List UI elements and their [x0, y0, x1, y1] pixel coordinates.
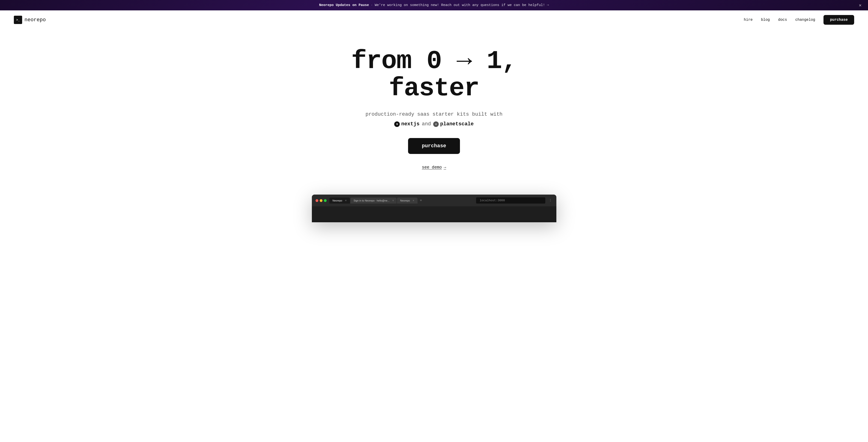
banner-close-button[interactable]: ×: [857, 2, 863, 8]
banner-description: We're working on something new! Reach ou…: [375, 3, 545, 7]
browser-tab-label-3: Neorepo: [400, 199, 410, 202]
nextjs-label: nextjs: [401, 121, 420, 127]
hero-tech-line: N nextjs and ⊘ planetscale: [305, 121, 563, 127]
browser-tab-close-1[interactable]: ×: [345, 199, 347, 202]
banner-content: Neorepo Updates on Pause · We're working…: [319, 3, 549, 7]
hero-demo-link[interactable]: see demo →: [422, 165, 446, 170]
hero-cta-group: purchase see demo →: [305, 138, 563, 170]
browser-close-dot: [315, 199, 318, 202]
tech-nextjs: N nextjs: [394, 121, 420, 127]
browser-tab-3[interactable]: Neorepo ×: [397, 198, 417, 204]
nav-link-docs[interactable]: docs: [778, 18, 787, 22]
hero-demo-arrow: →: [443, 165, 446, 170]
browser-maximize-dot: [324, 199, 327, 202]
browser-address-bar[interactable]: localhost:3000: [476, 197, 545, 204]
nav-link-changelog[interactable]: changelog: [795, 18, 815, 22]
logo-link[interactable]: >_ neorepo: [14, 16, 46, 24]
hero-demo-label: see demo: [422, 165, 442, 170]
planetscale-icon: ⊘: [433, 121, 439, 127]
nav-links: hire blog docs changelog purchase: [744, 15, 854, 25]
browser-content: [312, 206, 556, 220]
browser-new-tab-button[interactable]: +: [418, 198, 424, 204]
hero-subtext: production-ready saas starter kits built…: [305, 110, 563, 118]
tech-connector: and: [422, 121, 431, 127]
banner-title: Neorepo Updates on Pause: [319, 3, 369, 7]
browser-preview: Neorepo × Sign in to Neorepo · hello@ne.…: [312, 195, 556, 222]
hero-headline: from 0 → 1, faster: [305, 48, 563, 102]
logo-icon: >_: [14, 16, 22, 24]
tech-planetscale: ⊘ planetscale: [433, 121, 473, 127]
navbar: >_ neorepo hire blog docs changelog purc…: [0, 10, 868, 29]
banner-separator: ·: [371, 3, 373, 7]
browser-tab-close-2[interactable]: ×: [392, 199, 394, 202]
browser-tab-label-1: Neorepo: [333, 199, 342, 202]
announcement-banner: Neorepo Updates on Pause · We're working…: [0, 0, 868, 10]
planetscale-label: planetscale: [440, 121, 473, 127]
browser-window-controls: [315, 199, 327, 202]
logo-text: neorepo: [25, 17, 46, 23]
browser-tabs: Neorepo × Sign in to Neorepo · hello@ne.…: [330, 198, 473, 204]
browser-preview-wrapper: Neorepo × Sign in to Neorepo · hello@ne.…: [303, 195, 566, 222]
browser-chrome: Neorepo × Sign in to Neorepo · hello@ne.…: [312, 195, 556, 206]
nav-link-hire[interactable]: hire: [744, 18, 753, 22]
hero-section: from 0 → 1, faster production-ready saas…: [296, 29, 572, 183]
nextjs-icon: N: [394, 121, 400, 127]
hero-purchase-button[interactable]: purchase: [408, 138, 460, 154]
banner-arrow: →: [547, 3, 549, 7]
browser-minimize-dot: [320, 199, 322, 202]
browser-action-icon-1[interactable]: ⋮: [548, 198, 553, 203]
browser-actions: ⋮: [548, 198, 553, 203]
browser-tab-label-2: Sign in to Neorepo · hello@ne...: [353, 199, 390, 202]
nav-purchase-button[interactable]: purchase: [824, 15, 854, 25]
browser-tab-active[interactable]: Neorepo ×: [330, 198, 350, 204]
nav-link-blog[interactable]: blog: [761, 18, 770, 22]
browser-tab-close-3[interactable]: ×: [413, 199, 414, 202]
browser-tab-2[interactable]: Sign in to Neorepo · hello@ne... ×: [350, 198, 397, 204]
